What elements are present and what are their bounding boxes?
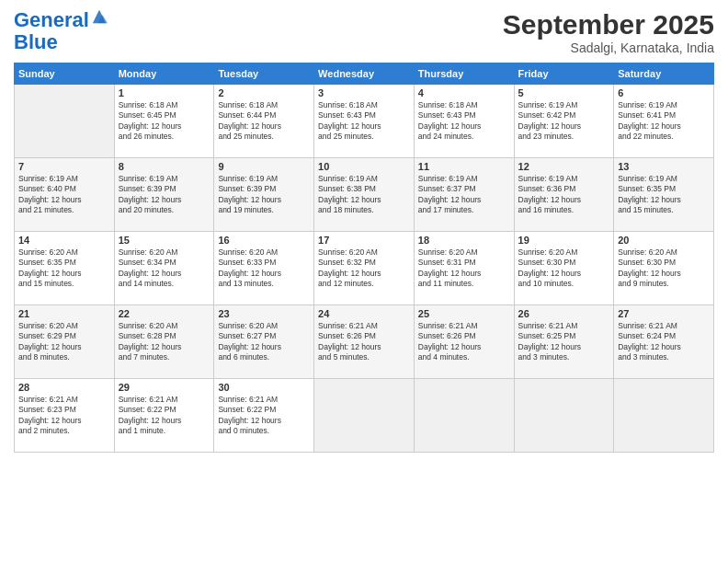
week-row-4: 21Sunrise: 6:20 AM Sunset: 6:29 PM Dayli…	[15, 305, 714, 379]
calendar-cell: 4Sunrise: 6:18 AM Sunset: 6:43 PM Daylig…	[414, 85, 514, 158]
day-info: Sunrise: 6:20 AM Sunset: 6:34 PM Dayligh…	[119, 247, 210, 290]
weekday-header-sunday: Sunday	[15, 63, 115, 85]
day-info: Sunrise: 6:20 AM Sunset: 6:30 PM Dayligh…	[518, 247, 610, 290]
day-number: 9	[218, 161, 310, 172]
day-number: 29	[119, 382, 210, 393]
calendar-cell	[614, 379, 714, 453]
day-number: 30	[218, 382, 310, 393]
calendar-cell: 7Sunrise: 6:19 AM Sunset: 6:40 PM Daylig…	[15, 158, 115, 232]
day-info: Sunrise: 6:19 AM Sunset: 6:38 PM Dayligh…	[318, 174, 410, 216]
calendar-cell	[314, 379, 415, 453]
week-row-2: 7Sunrise: 6:19 AM Sunset: 6:40 PM Daylig…	[15, 158, 714, 232]
calendar-cell: 22Sunrise: 6:20 AM Sunset: 6:28 PM Dayli…	[114, 305, 214, 379]
page: General Blue September 2025 Sadalgi, Kar…	[0, 0, 728, 563]
calendar-cell	[514, 379, 614, 453]
day-info: Sunrise: 6:21 AM Sunset: 6:26 PM Dayligh…	[418, 321, 510, 363]
calendar-cell: 19Sunrise: 6:20 AM Sunset: 6:30 PM Dayli…	[514, 232, 614, 305]
day-number: 21	[18, 308, 110, 319]
day-number: 28	[18, 382, 110, 393]
week-row-5: 28Sunrise: 6:21 AM Sunset: 6:23 PM Dayli…	[15, 379, 714, 453]
day-info: Sunrise: 6:20 AM Sunset: 6:28 PM Dayligh…	[119, 321, 210, 363]
calendar-cell: 12Sunrise: 6:19 AM Sunset: 6:36 PM Dayli…	[514, 158, 614, 232]
day-number: 12	[518, 161, 610, 172]
calendar-cell: 30Sunrise: 6:21 AM Sunset: 6:22 PM Dayli…	[214, 379, 314, 453]
month-title: September 2025	[503, 9, 714, 40]
week-row-1: 1Sunrise: 6:18 AM Sunset: 6:45 PM Daylig…	[15, 85, 714, 158]
logo-general: General	[14, 9, 89, 31]
calendar-cell: 11Sunrise: 6:19 AM Sunset: 6:37 PM Dayli…	[414, 158, 514, 232]
day-number: 6	[618, 87, 710, 98]
day-number: 13	[618, 161, 710, 172]
day-info: Sunrise: 6:20 AM Sunset: 6:30 PM Dayligh…	[618, 247, 710, 290]
calendar-cell: 24Sunrise: 6:21 AM Sunset: 6:26 PM Dayli…	[314, 305, 415, 379]
calendar-cell: 23Sunrise: 6:20 AM Sunset: 6:27 PM Dayli…	[214, 305, 314, 379]
day-number: 8	[119, 161, 210, 172]
weekday-header-tuesday: Tuesday	[214, 63, 314, 85]
calendar-cell: 3Sunrise: 6:18 AM Sunset: 6:43 PM Daylig…	[314, 85, 415, 158]
day-number: 20	[618, 235, 710, 246]
calendar-table: SundayMondayTuesdayWednesdayThursdayFrid…	[14, 63, 714, 453]
day-info: Sunrise: 6:19 AM Sunset: 6:37 PM Dayligh…	[418, 174, 510, 216]
weekday-header-row: SundayMondayTuesdayWednesdayThursdayFrid…	[15, 63, 714, 85]
day-info: Sunrise: 6:19 AM Sunset: 6:41 PM Dayligh…	[618, 100, 710, 143]
calendar-cell: 20Sunrise: 6:20 AM Sunset: 6:30 PM Dayli…	[614, 232, 714, 305]
day-info: Sunrise: 6:18 AM Sunset: 6:43 PM Dayligh…	[318, 100, 410, 143]
calendar-cell: 27Sunrise: 6:21 AM Sunset: 6:24 PM Dayli…	[614, 305, 714, 379]
calendar-cell: 8Sunrise: 6:19 AM Sunset: 6:39 PM Daylig…	[114, 158, 214, 232]
day-info: Sunrise: 6:19 AM Sunset: 6:42 PM Dayligh…	[518, 100, 610, 143]
day-number: 26	[518, 308, 610, 319]
day-info: Sunrise: 6:18 AM Sunset: 6:43 PM Dayligh…	[418, 100, 510, 143]
day-info: Sunrise: 6:21 AM Sunset: 6:26 PM Dayligh…	[318, 321, 410, 363]
logo-blue: Blue	[14, 31, 108, 53]
day-info: Sunrise: 6:19 AM Sunset: 6:35 PM Dayligh…	[618, 174, 710, 216]
day-number: 2	[218, 87, 310, 98]
weekday-header-monday: Monday	[114, 63, 214, 85]
day-number: 16	[218, 235, 310, 246]
day-info: Sunrise: 6:19 AM Sunset: 6:40 PM Dayligh…	[18, 174, 110, 216]
calendar-cell: 29Sunrise: 6:21 AM Sunset: 6:22 PM Dayli…	[114, 379, 214, 453]
day-number: 17	[318, 235, 410, 246]
day-info: Sunrise: 6:18 AM Sunset: 6:45 PM Dayligh…	[119, 100, 210, 143]
calendar-cell: 21Sunrise: 6:20 AM Sunset: 6:29 PM Dayli…	[15, 305, 115, 379]
calendar-cell	[414, 379, 514, 453]
day-info: Sunrise: 6:18 AM Sunset: 6:44 PM Dayligh…	[218, 100, 310, 143]
calendar-cell: 14Sunrise: 6:20 AM Sunset: 6:35 PM Dayli…	[15, 232, 115, 305]
day-number: 22	[119, 308, 210, 319]
logo: General Blue	[14, 9, 108, 53]
day-number: 5	[518, 87, 610, 98]
logo-icon	[91, 8, 108, 25]
day-info: Sunrise: 6:21 AM Sunset: 6:23 PM Dayligh…	[18, 395, 110, 437]
day-number: 11	[418, 161, 510, 172]
day-info: Sunrise: 6:20 AM Sunset: 6:33 PM Dayligh…	[218, 247, 310, 290]
weekday-header-saturday: Saturday	[614, 63, 714, 85]
day-info: Sunrise: 6:21 AM Sunset: 6:22 PM Dayligh…	[119, 395, 210, 437]
calendar-cell: 26Sunrise: 6:21 AM Sunset: 6:25 PM Dayli…	[514, 305, 614, 379]
weekday-header-thursday: Thursday	[414, 63, 514, 85]
weekday-header-wednesday: Wednesday	[314, 63, 415, 85]
day-number: 24	[318, 308, 410, 319]
calendar-cell: 18Sunrise: 6:20 AM Sunset: 6:31 PM Dayli…	[414, 232, 514, 305]
calendar-cell: 13Sunrise: 6:19 AM Sunset: 6:35 PM Dayli…	[614, 158, 714, 232]
day-info: Sunrise: 6:20 AM Sunset: 6:27 PM Dayligh…	[218, 321, 310, 363]
day-info: Sunrise: 6:21 AM Sunset: 6:25 PM Dayligh…	[518, 321, 610, 363]
day-info: Sunrise: 6:20 AM Sunset: 6:29 PM Dayligh…	[18, 321, 110, 363]
calendar-cell: 16Sunrise: 6:20 AM Sunset: 6:33 PM Dayli…	[214, 232, 314, 305]
calendar-cell: 6Sunrise: 6:19 AM Sunset: 6:41 PM Daylig…	[614, 85, 714, 158]
title-section: September 2025 Sadalgi, Karnataka, India	[503, 9, 714, 55]
calendar-cell: 10Sunrise: 6:19 AM Sunset: 6:38 PM Dayli…	[314, 158, 415, 232]
day-number: 1	[119, 87, 210, 98]
day-info: Sunrise: 6:20 AM Sunset: 6:32 PM Dayligh…	[318, 247, 410, 290]
calendar-cell: 17Sunrise: 6:20 AM Sunset: 6:32 PM Dayli…	[314, 232, 415, 305]
day-number: 15	[119, 235, 210, 246]
day-number: 23	[218, 308, 310, 319]
calendar-cell: 25Sunrise: 6:21 AM Sunset: 6:26 PM Dayli…	[414, 305, 514, 379]
day-number: 3	[318, 87, 410, 98]
day-info: Sunrise: 6:20 AM Sunset: 6:35 PM Dayligh…	[18, 247, 110, 290]
weekday-header-friday: Friday	[514, 63, 614, 85]
calendar-cell: 5Sunrise: 6:19 AM Sunset: 6:42 PM Daylig…	[514, 85, 614, 158]
day-number: 10	[318, 161, 410, 172]
calendar-cell: 9Sunrise: 6:19 AM Sunset: 6:39 PM Daylig…	[214, 158, 314, 232]
day-number: 18	[418, 235, 510, 246]
day-number: 27	[618, 308, 710, 319]
day-info: Sunrise: 6:20 AM Sunset: 6:31 PM Dayligh…	[418, 247, 510, 290]
